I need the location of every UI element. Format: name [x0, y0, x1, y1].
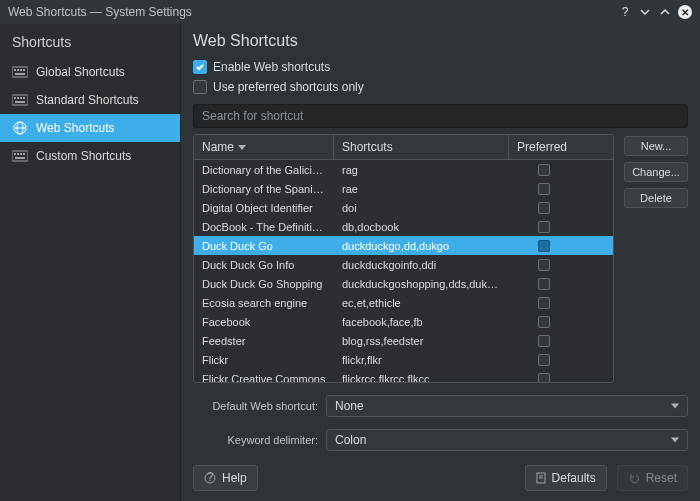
help-button[interactable]: ? Help: [193, 465, 258, 491]
preferred-checkbox-row[interactable]: Use preferred shortcuts only: [193, 80, 688, 94]
sidebar-item-custom-shortcuts[interactable]: Custom Shortcuts: [0, 142, 180, 170]
cell-shortcuts: duckduckgo,dd,dukgo: [334, 238, 509, 254]
help-icon[interactable]: ?: [618, 5, 632, 19]
preferred-checkbox[interactable]: [538, 183, 550, 195]
preferred-checkbox[interactable]: [538, 259, 550, 271]
table-row[interactable]: Facebookfacebook,face,fb: [194, 312, 613, 331]
cell-preferred: [509, 371, 579, 383]
cell-name: DocBook - The Definitive Guide: [194, 219, 334, 235]
default-shortcut-combo[interactable]: None: [326, 395, 688, 417]
cell-name: Flickr Creative Commons: [194, 371, 334, 383]
table-header: Name Shortcuts Preferred: [194, 135, 613, 160]
cell-name: Flickr: [194, 352, 334, 368]
table-row[interactable]: Dictionary of the Galician Aca…rag: [194, 160, 613, 179]
preferred-checkbox[interactable]: [538, 316, 550, 328]
cell-shortcuts: ec,et,ethicle: [334, 295, 509, 311]
cell-shortcuts: facebook,face,fb: [334, 314, 509, 330]
cell-preferred: [509, 257, 579, 273]
enable-checkbox-row[interactable]: Enable Web shortcuts: [193, 60, 688, 74]
change-button[interactable]: Change...: [624, 162, 688, 182]
default-shortcut-row: Default Web shortcut: None: [193, 395, 688, 417]
table-row[interactable]: Feedsterblog,rss,feedster: [194, 331, 613, 350]
preferred-checkbox[interactable]: [538, 221, 550, 233]
main-wrap: Shortcuts Global Shortcuts Standard Shor…: [0, 24, 700, 501]
svg-rect-2: [17, 69, 19, 71]
sidebar-item-label: Custom Shortcuts: [36, 149, 131, 163]
table-row[interactable]: Duck Duck Go Shoppingduckduckgoshopping,…: [194, 274, 613, 293]
page-title: Web Shortcuts: [193, 32, 688, 50]
search-input[interactable]: Search for shortcut: [193, 104, 688, 128]
minimize-icon[interactable]: [638, 5, 652, 19]
close-icon[interactable]: ✕: [678, 5, 692, 19]
reset-button[interactable]: Reset: [617, 465, 688, 491]
keyboard-icon: [12, 148, 28, 164]
preferred-checkbox[interactable]: [538, 297, 550, 309]
svg-rect-9: [20, 97, 22, 99]
table-row[interactable]: Digital Object Identifierdoi: [194, 198, 613, 217]
footer: ? Help Defaults Reset: [193, 465, 688, 491]
cell-preferred: [509, 276, 579, 292]
table-side-buttons: New... Change... Delete: [624, 134, 688, 383]
chevron-down-icon: [238, 145, 246, 150]
default-shortcut-label: Default Web shortcut:: [193, 400, 318, 412]
sidebar-item-label: Global Shortcuts: [36, 65, 125, 79]
svg-rect-7: [14, 97, 16, 99]
globe-icon: [12, 120, 28, 136]
column-preferred[interactable]: Preferred: [509, 135, 579, 159]
cell-preferred: [509, 314, 579, 330]
preferred-checkbox[interactable]: [538, 164, 550, 176]
cell-shortcuts: rag: [334, 162, 509, 178]
preferred-checkbox[interactable]: [538, 202, 550, 214]
delete-button[interactable]: Delete: [624, 188, 688, 208]
table-row[interactable]: Duck Duck Go Infoduckduckgoinfo,ddi: [194, 255, 613, 274]
delimiter-label: Keyword delimiter:: [193, 434, 318, 446]
sidebar-item-standard-shortcuts[interactable]: Standard Shortcuts: [0, 86, 180, 114]
cell-preferred: [509, 181, 579, 197]
maximize-icon[interactable]: [658, 5, 672, 19]
sidebar-item-global-shortcuts[interactable]: Global Shortcuts: [0, 58, 180, 86]
cell-preferred: [509, 352, 579, 368]
table-row[interactable]: Dictionary of the Spanish Aca…rae: [194, 179, 613, 198]
preferred-label: Use preferred shortcuts only: [213, 80, 364, 94]
svg-rect-19: [23, 153, 25, 155]
svg-rect-1: [14, 69, 16, 71]
defaults-button[interactable]: Defaults: [525, 465, 607, 491]
table-row[interactable]: Duck Duck Goduckduckgo,dd,dukgo: [194, 236, 613, 255]
main-row: Name Shortcuts Preferred Dictionary of t…: [193, 134, 688, 383]
cell-name: Dictionary of the Galician Aca…: [194, 162, 334, 178]
cell-name: Feedster: [194, 333, 334, 349]
column-name[interactable]: Name: [194, 135, 334, 159]
column-shortcuts[interactable]: Shortcuts: [334, 135, 509, 159]
cell-name: Facebook: [194, 314, 334, 330]
preferred-checkbox[interactable]: [538, 373, 550, 383]
preferred-checkbox[interactable]: [538, 240, 550, 252]
sidebar: Shortcuts Global Shortcuts Standard Shor…: [0, 24, 181, 501]
svg-rect-11: [15, 101, 25, 103]
cell-shortcuts: doi: [334, 200, 509, 216]
preferred-checkbox[interactable]: [538, 278, 550, 290]
cell-name: Duck Duck Go Shopping: [194, 276, 334, 292]
checkbox-enable[interactable]: [193, 60, 207, 74]
new-button[interactable]: New...: [624, 136, 688, 156]
checkbox-preferred[interactable]: [193, 80, 207, 94]
preferred-checkbox[interactable]: [538, 354, 550, 366]
table-row[interactable]: Flickr Creative Commonsflickrcc,flkrcc,f…: [194, 369, 613, 382]
sidebar-item-label: Web Shortcuts: [36, 121, 114, 135]
table-row[interactable]: Flickrflickr,flkr: [194, 350, 613, 369]
cell-preferred: [509, 219, 579, 235]
cell-shortcuts: flickrcc,flkrcc,flkcc: [334, 371, 509, 383]
cell-shortcuts: duckduckgoinfo,ddi: [334, 257, 509, 273]
svg-rect-15: [12, 151, 28, 161]
window-buttons: ? ✕: [618, 5, 692, 19]
cell-shortcuts: db,docbook: [334, 219, 509, 235]
delimiter-combo[interactable]: Colon: [326, 429, 688, 451]
cell-shortcuts: duckduckgoshopping,dds,dukgoshop: [334, 276, 509, 292]
svg-rect-5: [15, 73, 25, 75]
table-row[interactable]: DocBook - The Definitive Guidedb,docbook: [194, 217, 613, 236]
preferred-checkbox[interactable]: [538, 335, 550, 347]
svg-rect-8: [17, 97, 19, 99]
sidebar-item-web-shortcuts[interactable]: Web Shortcuts: [0, 114, 180, 142]
cell-preferred: [509, 333, 579, 349]
table-row[interactable]: Ecosia search engineec,et,ethicle: [194, 293, 613, 312]
svg-rect-4: [23, 69, 25, 71]
